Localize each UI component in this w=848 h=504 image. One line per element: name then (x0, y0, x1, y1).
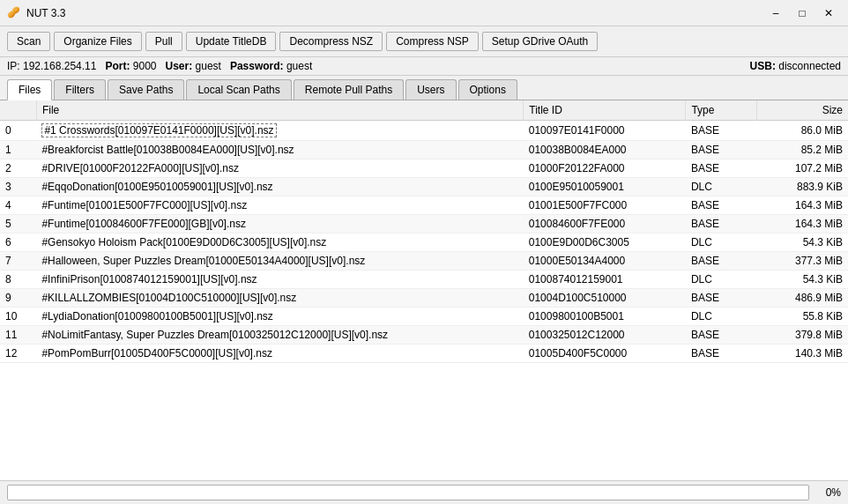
table-row[interactable]: 1#Breakforcist Battle[010038B0084EA000][… (0, 141, 848, 159)
tab-save-paths[interactable]: Save Paths (108, 79, 184, 100)
cell-size: 107.2 MiB (756, 159, 848, 178)
table-row[interactable]: 6#Gensokyo Holoism Pack[0100E9D00D6C3005… (0, 233, 848, 252)
scan-button[interactable]: Scan (7, 32, 50, 51)
cell-size: 140.3 MiB (756, 345, 848, 363)
toolbar: Scan Organize Files Pull Update TitleDB … (0, 26, 848, 57)
cell-num: 1 (0, 141, 36, 159)
col-header-size[interactable]: Size (756, 100, 848, 121)
cell-titleid: 0100E95010059001 (524, 178, 686, 196)
main-content: Scan Organize Files Pull Update TitleDB … (0, 26, 848, 504)
cell-type: BASE (686, 196, 757, 215)
maximize-button[interactable]: □ (790, 4, 815, 22)
tab-files[interactable]: Files (7, 79, 52, 100)
cell-size: 54.3 KiB (756, 233, 848, 252)
table-row[interactable]: 2#DRIVE[01000F20122FA000][US][v0].nsz010… (0, 159, 848, 178)
cell-titleid: 0100325012C12000 (524, 326, 686, 345)
title-bar-left: 🥜 NUT 3.3 (7, 6, 65, 20)
cell-type: BASE (686, 215, 757, 233)
table-row[interactable]: 4#Funtime[01001E500F7FC000][US][v0].nsz0… (0, 196, 848, 215)
tab-options[interactable]: Options (458, 79, 517, 100)
cell-titleid: 010084600F7FE000 (524, 215, 686, 233)
cell-size: 883.9 KiB (756, 178, 848, 196)
ip-value: 192.168.254.11 (23, 60, 96, 72)
cell-type: BASE (686, 252, 757, 271)
cell-titleid: 01000E50134A4000 (524, 252, 686, 271)
status-bar-top: IP: 192.168.254.11 Port: 9000 User: gues… (0, 57, 848, 76)
col-header-type[interactable]: Type (686, 100, 757, 121)
tab-remote-pull-paths[interactable]: Remote Pull Paths (294, 79, 404, 100)
file-table-container: File Title ID Type Size 0#1 Crosswords[0… (0, 100, 848, 480)
progress-bar-track (7, 485, 809, 500)
cell-num: 8 (0, 271, 36, 289)
cell-file: #InfiniPrison[0100874012159001][US][v0].… (36, 271, 523, 289)
cell-file: #Breakforcist Battle[010038B0084EA000][U… (36, 141, 523, 159)
cell-type: DLC (686, 178, 757, 196)
password-value: guest (286, 60, 312, 72)
port-label: Port: (105, 60, 132, 72)
app-icon: 🥜 (7, 6, 21, 20)
cell-num: 5 (0, 215, 36, 233)
table-row[interactable]: 10#LydiaDonation[01009800100B5001][US][v… (0, 308, 848, 326)
cell-titleid: 010097E0141F0000 (524, 121, 686, 141)
cell-type: DLC (686, 308, 757, 326)
col-header-file[interactable]: File (36, 100, 523, 121)
ip-label: IP: (7, 60, 23, 72)
cell-type: BASE (686, 159, 757, 178)
table-row[interactable]: 0#1 Crosswords[010097E0141F0000][US][v0]… (0, 121, 848, 141)
cell-type: BASE (686, 326, 757, 345)
cell-file: #Halloween, Super Puzzles Dream[01000E50… (36, 252, 523, 271)
cell-size: 55.8 KiB (756, 308, 848, 326)
table-header-row: File Title ID Type Size (0, 100, 848, 121)
user-value: guest (196, 60, 221, 72)
progress-bar-area: 0% (0, 480, 848, 504)
decompress-nsz-button[interactable]: Decompress NSZ (279, 32, 383, 51)
cell-num: 11 (0, 326, 36, 345)
cell-titleid: 01005D400F5C0000 (524, 345, 686, 363)
cell-titleid: 010038B0084EA000 (524, 141, 686, 159)
cell-size: 86.0 MiB (756, 121, 848, 141)
organize-files-button[interactable]: Organize Files (54, 32, 141, 51)
table-wrapper[interactable]: File Title ID Type Size 0#1 Crosswords[0… (0, 100, 848, 462)
password-label: Password: (230, 60, 286, 72)
cell-size: 85.2 MiB (756, 141, 848, 159)
cell-type: DLC (686, 271, 757, 289)
cell-type: DLC (686, 233, 757, 252)
cell-titleid: 01001E500F7FC000 (524, 196, 686, 215)
cell-num: 2 (0, 159, 36, 178)
col-header-titleid[interactable]: Title ID (524, 100, 686, 121)
cell-size: 164.3 MiB (756, 215, 848, 233)
table-row[interactable]: 3#EqqoDonation[0100E95010059001][US][v0]… (0, 178, 848, 196)
tab-users[interactable]: Users (405, 79, 456, 100)
compress-nsp-button[interactable]: Compress NSP (386, 32, 479, 51)
cell-type: BASE (686, 121, 757, 141)
cell-num: 12 (0, 345, 36, 363)
table-row[interactable]: 7#Halloween, Super Puzzles Dream[01000E5… (0, 252, 848, 271)
close-button[interactable]: ✕ (816, 4, 841, 22)
cell-titleid: 01009800100B5001 (524, 308, 686, 326)
table-row[interactable]: 11#NoLimitFantasy, Super Puzzles Dream[0… (0, 326, 848, 345)
cell-file: #1 Crosswords[010097E0141F0000][US][v0].… (36, 121, 523, 141)
progress-label: 0% (815, 486, 841, 499)
cell-num: 6 (0, 233, 36, 252)
title-bar: 🥜 NUT 3.3 – □ ✕ (0, 0, 848, 26)
update-titledb-button[interactable]: Update TitleDB (186, 32, 277, 51)
tab-local-scan-paths[interactable]: Local Scan Paths (186, 79, 291, 100)
table-row[interactable]: 9#KILLALLZOMBIES[01004D100C510000][US][v… (0, 289, 848, 308)
connection-info: IP: 192.168.254.11 Port: 9000 User: gues… (7, 60, 312, 72)
minimize-button[interactable]: – (763, 4, 788, 22)
table-row[interactable]: 8#InfiniPrison[0100874012159001][US][v0]… (0, 271, 848, 289)
usb-status: USB: disconnected (750, 60, 841, 72)
pull-button[interactable]: Pull (145, 32, 182, 51)
cell-file: #PomPomBurr[01005D400F5C0000][US][v0].ns… (36, 345, 523, 363)
tab-filters[interactable]: Filters (54, 79, 106, 100)
cell-num: 7 (0, 252, 36, 271)
cell-num: 9 (0, 289, 36, 308)
table-row[interactable]: 12#PomPomBurr[01005D400F5C0000][US][v0].… (0, 345, 848, 363)
cell-size: 377.3 MiB (756, 252, 848, 271)
cell-type: BASE (686, 289, 757, 308)
table-row[interactable]: 5#Funtime[010084600F7FE000][GB][v0].nsz0… (0, 215, 848, 233)
cell-num: 10 (0, 308, 36, 326)
cell-type: BASE (686, 345, 757, 363)
setup-gdrive-oauth-button[interactable]: Setup GDrive OAuth (482, 32, 598, 51)
cell-size: 54.3 KiB (756, 271, 848, 289)
